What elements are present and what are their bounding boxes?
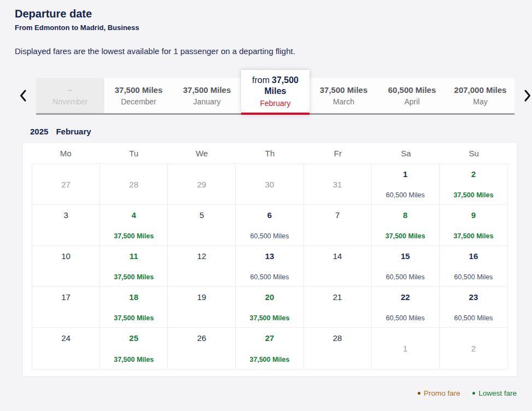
day-cell[interactable]: 937,500 Miles bbox=[440, 205, 507, 246]
weekday-label: Sa bbox=[372, 149, 440, 158]
fare-legend: Promo fare Lowest fare bbox=[15, 387, 517, 397]
tab-fare: 37,500 Miles bbox=[320, 85, 368, 96]
day-cell[interactable]: 437,500 Miles bbox=[100, 205, 168, 246]
fare-description: Displayed fares are the lowest available… bbox=[15, 46, 517, 56]
day-cell[interactable]: 1360,500 Miles bbox=[236, 246, 303, 287]
day-cell[interactable]: 2037,500 Miles bbox=[236, 287, 303, 328]
day-number: 22 bbox=[401, 292, 410, 302]
day-number: 7 bbox=[335, 210, 340, 220]
day-cell: 10 bbox=[32, 246, 100, 287]
day-fare: 60,500 Miles bbox=[250, 273, 289, 281]
day-number: 24 bbox=[61, 333, 71, 343]
tab-month-label: November bbox=[52, 97, 88, 106]
day-fare: 37,500 Miles bbox=[114, 314, 154, 322]
day-fare: 37,500 Miles bbox=[114, 356, 154, 363]
day-cell: 27 bbox=[32, 164, 100, 205]
tab-april[interactable]: 60,500 Miles April bbox=[378, 78, 446, 115]
day-number: 31 bbox=[333, 180, 342, 189]
day-cell: 28 bbox=[304, 328, 372, 369]
day-number: 8 bbox=[403, 210, 407, 220]
day-number: 26 bbox=[197, 333, 207, 343]
day-number: 19 bbox=[197, 292, 207, 302]
day-cell[interactable]: 660,500 Miles bbox=[236, 205, 303, 246]
lowest-bullet-icon bbox=[472, 392, 475, 395]
page-title: Departure date bbox=[15, 8, 517, 20]
next-months-button[interactable] bbox=[520, 78, 532, 115]
day-fare: 37,500 Miles bbox=[250, 314, 290, 322]
day-number: 13 bbox=[265, 251, 274, 261]
calendar-card: Mo Tu We Th Fr Sa Su 27 28 29 30 31 160,… bbox=[23, 143, 517, 376]
day-number: 17 bbox=[61, 292, 71, 302]
promo-bullet-icon bbox=[418, 392, 420, 395]
day-cell: 14 bbox=[304, 246, 372, 287]
tab-march[interactable]: 37,500 Miles March bbox=[309, 78, 378, 115]
calendar-year: 2025 bbox=[30, 127, 48, 136]
day-cell: 3 bbox=[32, 205, 100, 246]
day-number: 14 bbox=[333, 251, 342, 261]
day-cell[interactable]: 2260,500 Miles bbox=[372, 287, 440, 328]
day-number: 20 bbox=[265, 292, 274, 302]
day-cell: 31 bbox=[304, 164, 372, 205]
day-cell: 19 bbox=[168, 287, 236, 328]
day-number: 5 bbox=[200, 210, 204, 220]
calendar-month-heading: 2025February bbox=[30, 127, 517, 136]
tab-month-label: January bbox=[194, 97, 221, 106]
day-cell[interactable]: 2537,500 Miles bbox=[100, 328, 168, 369]
day-number: 18 bbox=[129, 292, 138, 302]
day-number: 1 bbox=[403, 169, 407, 179]
day-cell[interactable]: 237,500 Miles bbox=[440, 164, 507, 205]
day-cell[interactable]: 1560,500 Miles bbox=[372, 246, 440, 287]
day-fare: 37,500 Miles bbox=[250, 356, 290, 363]
day-cell[interactable]: 2737,500 Miles bbox=[236, 328, 303, 369]
day-number: 23 bbox=[469, 292, 478, 302]
day-cell[interactable]: 2360,500 Miles bbox=[440, 287, 507, 328]
day-fare: 37,500 Miles bbox=[453, 191, 493, 199]
day-cell: 1 bbox=[372, 328, 440, 369]
day-number: 27 bbox=[61, 180, 71, 189]
tab-may[interactable]: 207,000 Miles May bbox=[446, 78, 515, 115]
day-number: 28 bbox=[129, 180, 138, 189]
day-cell: 26 bbox=[168, 328, 236, 369]
day-cell: 12 bbox=[168, 246, 236, 287]
day-fare: 60,500 Miles bbox=[386, 273, 425, 281]
day-number: 27 bbox=[265, 333, 274, 343]
calendar-month: February bbox=[56, 127, 91, 136]
tab-december[interactable]: 37,500 Miles December bbox=[104, 78, 173, 115]
day-number: 10 bbox=[61, 251, 71, 261]
day-number: 21 bbox=[333, 292, 342, 302]
day-number: 2 bbox=[471, 344, 476, 353]
tab-fare: from37,500 Miles bbox=[244, 75, 306, 97]
day-cell[interactable]: 1837,500 Miles bbox=[100, 287, 168, 328]
day-cell: 5 bbox=[168, 205, 236, 246]
day-cell: 21 bbox=[304, 287, 372, 328]
day-fare: 60,500 Miles bbox=[454, 273, 493, 281]
day-number: 30 bbox=[265, 180, 274, 189]
day-cell[interactable]: 1137,500 Miles bbox=[100, 246, 168, 287]
weekday-label: Tu bbox=[100, 149, 167, 158]
day-cell[interactable]: 1660,500 Miles bbox=[440, 246, 507, 287]
day-cell: 29 bbox=[168, 164, 236, 205]
day-number: 12 bbox=[197, 251, 207, 261]
day-cell[interactable]: 160,500 Miles bbox=[372, 164, 440, 205]
tab-month-label: April bbox=[404, 97, 419, 106]
tab-month-label: March bbox=[333, 97, 354, 106]
previous-months-button[interactable] bbox=[15, 78, 31, 115]
day-number: 6 bbox=[267, 210, 272, 220]
tab-november: – November bbox=[36, 78, 104, 115]
tab-february-selected[interactable]: from37,500 Miles February bbox=[241, 70, 309, 115]
legend-lowest-fare: Lowest fare bbox=[472, 389, 517, 397]
tab-month-label: February bbox=[260, 99, 290, 108]
day-fare: 37,500 Miles bbox=[385, 232, 425, 240]
tab-fare: 37,500 Miles bbox=[183, 85, 231, 96]
day-cell: 7 bbox=[304, 205, 372, 246]
day-cell: 2 bbox=[440, 328, 507, 369]
weekday-label: Mo bbox=[32, 149, 100, 158]
day-fare: 60,500 Miles bbox=[454, 314, 493, 322]
day-cell[interactable]: 837,500 Miles bbox=[372, 205, 440, 246]
weekday-header-row: Mo Tu We Th Fr Sa Su bbox=[32, 143, 508, 163]
calendar-grid: 27 28 29 30 31 160,500 Miles 237,500 Mil… bbox=[32, 163, 508, 369]
day-number: 29 bbox=[197, 180, 207, 189]
tab-january[interactable]: 37,500 Miles January bbox=[173, 78, 241, 115]
weekday-label: Fr bbox=[304, 149, 372, 158]
day-fare: 60,500 Miles bbox=[386, 314, 425, 322]
